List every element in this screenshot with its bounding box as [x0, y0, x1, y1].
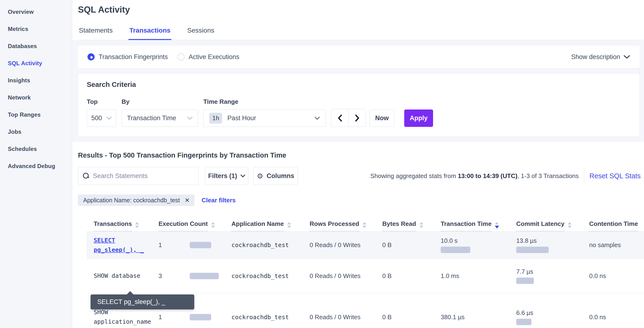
radio-selected-icon [88, 53, 94, 60]
sidebar: Overview Metrics Databases SQL Activity … [0, 0, 72, 328]
search-criteria-controls: Top 500 By Transaction Time [87, 98, 631, 127]
column-header-execution-count[interactable]: Execution Count [158, 212, 232, 231]
chevron-down-icon [240, 174, 245, 177]
search-statements-input[interactable] [93, 172, 194, 180]
cell-rows-processed: 0 Reads / 0 Writes [310, 259, 382, 293]
sidebar-item-jobs[interactable]: Jobs [0, 123, 72, 141]
radio-transaction-fingerprints[interactable]: Transaction Fingerprints [88, 53, 168, 61]
sidebar-item-metrics[interactable]: Metrics [0, 20, 72, 38]
cell-transaction-time: 380.1 µs [441, 293, 516, 328]
chevron-right-icon [355, 115, 360, 122]
sort-icon[interactable] [135, 222, 139, 228]
cell-transaction: SHOW database [86, 259, 158, 293]
sort-icon[interactable] [420, 222, 423, 228]
commit-latency-value: 7.7 µs [516, 268, 534, 275]
commit-latency-value: 13.8 µs [516, 237, 549, 244]
sidebar-item-databases[interactable]: Databases [0, 38, 72, 55]
show-description-toggle[interactable]: Show description [571, 53, 630, 61]
stats-prefix: Showing aggregated stats from [370, 172, 458, 179]
column-label: Commit Latency [516, 220, 564, 231]
execution-count-value: 1 [158, 241, 190, 249]
execution-count-bar [190, 273, 219, 279]
sidebar-item-schedules[interactable]: Schedules [0, 141, 72, 158]
previous-time-button[interactable] [331, 109, 348, 127]
column-header-transactions[interactable]: Transactions [86, 212, 158, 231]
now-button[interactable]: Now [370, 110, 394, 127]
sort-icon[interactable] [211, 222, 215, 228]
app-root: Overview Metrics Databases SQL Activity … [0, 0, 644, 328]
column-header-bytes-read[interactable]: Bytes Read [382, 212, 441, 231]
reset-sql-stats-link[interactable]: Reset SQL Stats [590, 172, 644, 180]
sidebar-item-insights[interactable]: Insights [0, 72, 72, 89]
column-header-application-name[interactable]: Application Name [232, 212, 310, 231]
tab-transactions[interactable]: Transactions [128, 24, 172, 40]
sort-icon[interactable] [362, 222, 366, 228]
clear-filters-link[interactable]: Clear filters [202, 197, 236, 204]
close-icon[interactable]: ✕ [185, 197, 190, 204]
filters-label: Filters (1) [208, 172, 237, 180]
rows-processed-value: 0 Reads / 0 Writes [310, 314, 360, 321]
cell-application-name: cockroachdb_test [232, 232, 310, 259]
sidebar-item-top-ranges[interactable]: Top Ranges [0, 106, 72, 123]
transaction-time-value: 10.0 s [441, 237, 470, 244]
cell-transaction: SELECT pg_sleep(_), _ [86, 232, 158, 259]
sort-icon[interactable] [287, 222, 291, 228]
top-field: Top 500 [87, 98, 116, 127]
cell-rows-processed: 0 Reads / 0 Writes [310, 293, 382, 328]
transaction-time-value: 1.0 ms [441, 272, 459, 280]
gear-icon: ⚙ [257, 172, 263, 180]
execution-count-bar [190, 242, 211, 248]
table-row[interactable]: SELECT pg_sleep(_), _ 1 cockroachdb_test… [86, 231, 644, 259]
sidebar-item-advanced-debug[interactable]: Advanced Debug [0, 158, 72, 175]
bytes-read-value: 0 B [382, 314, 392, 321]
column-label: Transactions [94, 220, 132, 231]
by-select-value: Transaction Time [127, 115, 176, 122]
column-label: Bytes Read [382, 220, 416, 231]
commit-latency-value: 6.6 µs [516, 309, 533, 317]
column-label: Application Name [232, 220, 284, 231]
application-name-value: cockroachdb_test [232, 242, 289, 249]
search-criteria-title: Search Criteria [87, 81, 631, 89]
radio-active-executions[interactable]: Active Executions [177, 53, 239, 61]
transaction-fingerprint-link[interactable]: SELECT pg_sleep(_), _ [94, 236, 153, 255]
chevron-down-icon [106, 117, 112, 120]
sidebar-item-overview[interactable]: Overview [0, 3, 72, 20]
columns-button[interactable]: ⚙ Columns [253, 167, 298, 185]
sort-icon[interactable] [568, 222, 572, 228]
radio-label: Transaction Fingerprints [99, 53, 168, 61]
column-label: Transaction Time [441, 220, 492, 231]
tab-statements[interactable]: Statements [78, 24, 114, 40]
filter-chip-label: Application Name: cockroachdb_test [83, 197, 180, 204]
time-range-select[interactable]: 1h Past Hour [203, 110, 326, 127]
filters-button[interactable]: Filters (1) [205, 167, 248, 185]
table-header-row: Transactions Execution Count Application… [86, 212, 644, 231]
next-time-button[interactable] [348, 109, 366, 127]
table-row[interactable]: SHOW database 3 cockroachdb_test 0 Reads… [86, 259, 644, 293]
column-header-contention-time[interactable]: Contention Time [589, 212, 644, 231]
tooltip-text: SELECT pg_sleep(_), _ [97, 298, 165, 306]
tab-bar: Statements Transactions Sessions [78, 24, 644, 40]
tab-sessions[interactable]: Sessions [186, 24, 215, 40]
execution-count-value: 1 [158, 314, 190, 321]
cell-rows-processed: 0 Reads / 0 Writes [310, 232, 382, 259]
sidebar-item-sql-activity[interactable]: SQL Activity [0, 55, 72, 72]
sort-icon[interactable] [495, 222, 499, 228]
apply-button[interactable]: Apply [404, 110, 433, 127]
top-select[interactable]: 500 [87, 110, 116, 127]
show-description-label: Show description [571, 53, 620, 61]
filter-section: Transaction Fingerprints Active Executio… [72, 40, 644, 142]
sidebar-item-network[interactable]: Network [0, 89, 72, 106]
transaction-fingerprint-text[interactable]: SHOW application_name [94, 308, 153, 327]
column-header-rows-processed[interactable]: Rows Processed [310, 212, 382, 231]
cell-bytes-read: 0 B [382, 293, 441, 328]
cell-commit-latency: 6.6 µs [516, 293, 589, 328]
by-select[interactable]: Transaction Time [122, 110, 198, 127]
cell-contention-time: 0.0 ns [589, 259, 644, 293]
time-range-label: Time Range [203, 98, 326, 105]
time-range-badge: 1h [209, 113, 222, 124]
radio-label: Active Executions [188, 53, 239, 61]
column-header-commit-latency[interactable]: Commit Latency [516, 212, 589, 231]
column-header-transaction-time[interactable]: Transaction Time [441, 212, 516, 231]
results-heading: Results - Top 500 Transaction Fingerprin… [78, 151, 644, 159]
transaction-fingerprint-text[interactable]: SHOW database [94, 271, 153, 281]
